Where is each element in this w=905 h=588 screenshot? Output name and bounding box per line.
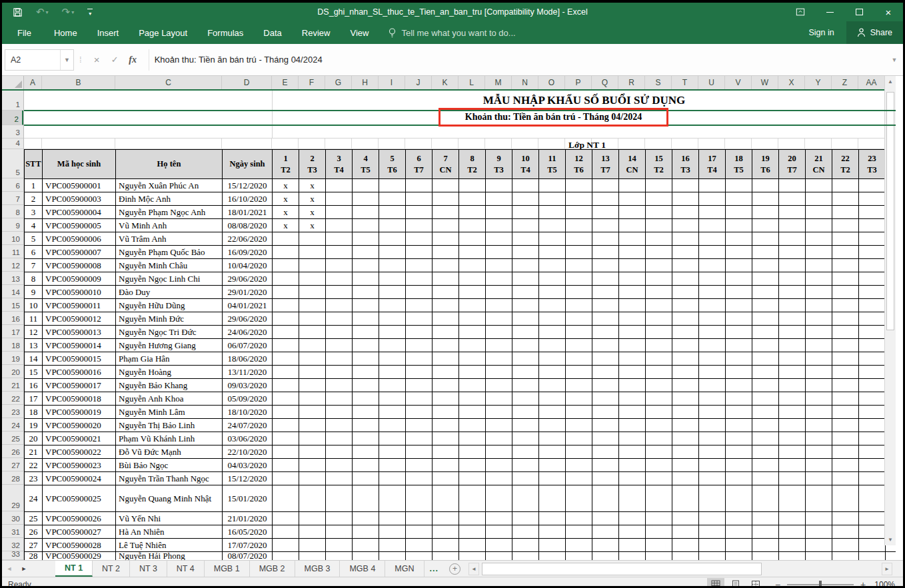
day-header-cell[interactable]: 3T4 — [326, 150, 353, 179]
attendance-cell[interactable] — [779, 432, 806, 445]
attendance-cell[interactable] — [273, 339, 299, 352]
attendance-cell[interactable] — [299, 286, 326, 299]
attendance-cell[interactable] — [433, 246, 459, 259]
attendance-cell[interactable] — [646, 312, 672, 326]
attendance-cell[interactable] — [779, 525, 806, 539]
attendance-cell[interactable] — [486, 299, 512, 312]
attendance-cell[interactable] — [752, 339, 779, 352]
attendance-cell[interactable] — [592, 192, 619, 206]
sign-in-link[interactable]: Sign in — [808, 28, 846, 37]
attendance-cell[interactable] — [752, 539, 779, 552]
student-name-cell[interactable]: Nguyễn Minh Châu — [116, 259, 223, 272]
attendance-cell[interactable] — [353, 206, 379, 219]
attendance-cell[interactable] — [699, 432, 726, 445]
attendance-cell[interactable] — [379, 299, 406, 312]
attendance-cell[interactable] — [379, 419, 406, 432]
student-name-cell[interactable]: Nguyễn Quang Minh Nhật — [116, 485, 223, 512]
attendance-cell[interactable] — [273, 512, 299, 525]
attendance-cell[interactable] — [273, 259, 299, 272]
attendance-cell[interactable] — [726, 272, 752, 286]
attendance-cell[interactable] — [459, 472, 486, 485]
column-header-T[interactable]: T — [672, 76, 698, 89]
row-header-22[interactable]: 22 — [2, 392, 23, 405]
sheet-tab-mgb-1[interactable]: MGB 1 — [205, 561, 250, 577]
row-header-26[interactable]: 26 — [2, 445, 23, 458]
attendance-cell[interactable] — [273, 459, 299, 472]
attendance-cell[interactable] — [433, 192, 459, 206]
attendance-cell[interactable] — [619, 299, 646, 312]
attendance-cell[interactable] — [806, 299, 832, 312]
dob-cell[interactable]: 22/10/2020 — [223, 445, 273, 459]
stt-cell[interactable]: 15 — [25, 366, 43, 379]
attendance-cell[interactable] — [619, 179, 646, 192]
attendance-cell[interactable] — [779, 179, 806, 192]
attendance-cell[interactable] — [379, 366, 406, 379]
student-code-cell[interactable]: VPC005900021 — [43, 432, 116, 445]
row-header-14[interactable]: 14 — [2, 285, 23, 298]
attendance-cell[interactable] — [806, 232, 832, 246]
attendance-cell[interactable] — [539, 392, 566, 406]
attendance-cell[interactable] — [326, 406, 353, 419]
stt-cell[interactable]: 8 — [25, 272, 43, 286]
attendance-cell[interactable] — [512, 552, 539, 560]
attendance-cell[interactable] — [726, 512, 752, 525]
attendance-cell[interactable] — [832, 366, 859, 379]
day-header-cell[interactable]: 8T2 — [459, 150, 486, 179]
table-header-cell[interactable]: STT — [25, 150, 43, 179]
attendance-cell[interactable] — [779, 512, 806, 525]
sheet-tab-mgn[interactable]: MGN — [385, 561, 424, 577]
stt-cell[interactable]: 10 — [25, 299, 43, 312]
attendance-cell[interactable] — [353, 312, 379, 326]
table-header-cell[interactable]: Mã học sinh — [43, 150, 116, 179]
day-header-cell[interactable]: 21CN — [806, 150, 832, 179]
ribbon-tab-view[interactable]: View — [340, 21, 379, 44]
attendance-cell[interactable] — [539, 459, 566, 472]
column-header-K[interactable]: K — [432, 76, 458, 89]
attendance-cell[interactable]: x — [273, 219, 299, 232]
attendance-cell[interactable] — [273, 326, 299, 339]
attendance-cell[interactable] — [406, 339, 433, 352]
dob-cell[interactable]: 29/01/2020 — [223, 286, 273, 299]
attendance-cell[interactable] — [752, 392, 779, 406]
attendance-cell[interactable] — [806, 432, 832, 445]
attendance-cell[interactable] — [859, 219, 886, 232]
attendance-cell[interactable] — [699, 379, 726, 392]
column-header-Q[interactable]: Q — [592, 76, 618, 89]
attendance-cell[interactable] — [406, 326, 433, 339]
attendance-cell[interactable] — [433, 512, 459, 525]
attendance-cell[interactable] — [752, 192, 779, 206]
attendance-cell[interactable] — [406, 459, 433, 472]
normal-view-icon[interactable] — [707, 578, 724, 588]
attendance-cell[interactable] — [486, 552, 512, 560]
student-name-cell[interactable]: Vũ Minh Anh — [116, 219, 223, 232]
dob-cell[interactable]: 22/06/2020 — [223, 232, 273, 246]
attendance-cell[interactable] — [326, 485, 353, 512]
attendance-cell[interactable] — [299, 472, 326, 485]
attendance-cell[interactable] — [859, 445, 886, 459]
attendance-cell[interactable] — [726, 246, 752, 259]
attendance-cell[interactable] — [406, 525, 433, 539]
attendance-cell[interactable] — [592, 299, 619, 312]
attendance-cell[interactable] — [779, 286, 806, 299]
dob-cell[interactable]: 13/11/2020 — [223, 366, 273, 379]
attendance-cell[interactable] — [459, 219, 486, 232]
attendance-cell[interactable] — [779, 552, 806, 560]
attendance-cell[interactable] — [326, 246, 353, 259]
attendance-cell[interactable] — [859, 259, 886, 272]
row-header-3[interactable]: 3 — [2, 125, 23, 139]
attendance-cell[interactable] — [619, 419, 646, 432]
attendance-cell[interactable] — [406, 485, 433, 512]
attendance-cell[interactable] — [459, 179, 486, 192]
attendance-cell[interactable] — [619, 232, 646, 246]
attendance-cell[interactable] — [379, 206, 406, 219]
attendance-cell[interactable] — [672, 339, 699, 352]
student-name-cell[interactable]: Bùi Bảo Ngọc — [116, 459, 223, 472]
attendance-cell[interactable] — [646, 445, 672, 459]
attendance-cell[interactable] — [299, 445, 326, 459]
attendance-cell[interactable] — [459, 419, 486, 432]
attendance-cell[interactable] — [273, 552, 299, 560]
student-code-cell[interactable]: VPC005900015 — [43, 352, 116, 366]
attendance-cell[interactable] — [779, 392, 806, 406]
attendance-cell[interactable] — [433, 366, 459, 379]
attendance-cell[interactable] — [486, 206, 512, 219]
